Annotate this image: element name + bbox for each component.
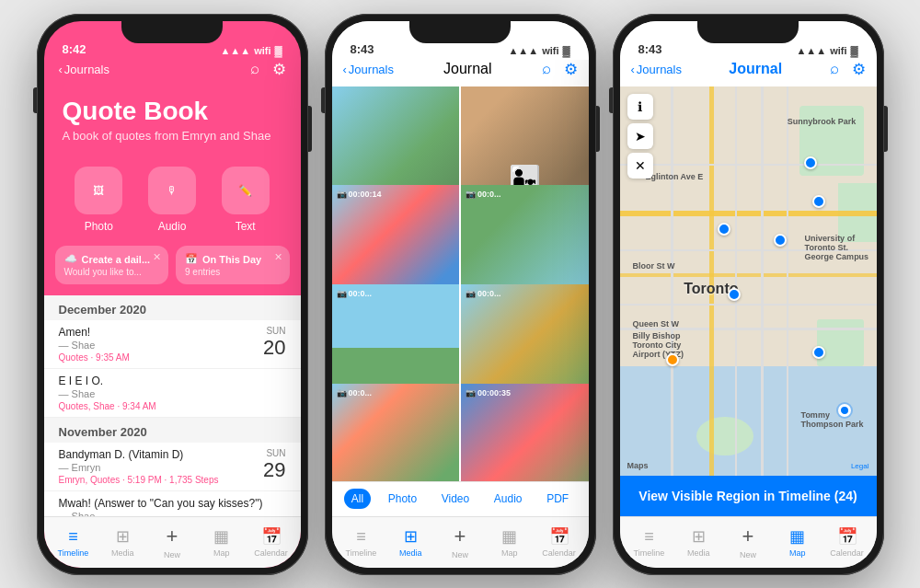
back-button-3[interactable]: ‹ Journals: [631, 63, 682, 76]
search-icon-2[interactable]: ⌕: [542, 60, 551, 79]
back-button-1[interactable]: ‹ Journals: [59, 63, 109, 76]
gear-icon-2[interactable]: ⚙: [564, 60, 578, 79]
map-pin[interactable]: [728, 288, 741, 301]
tab-media-2[interactable]: ⊞ Media: [385, 526, 435, 558]
photo-action[interactable]: 🖼 Photo: [75, 167, 122, 233]
tab-map-3[interactable]: ▦ Map: [773, 526, 822, 558]
media-icon: ⊞: [116, 526, 130, 547]
close-banner1[interactable]: ✕: [153, 251, 161, 263]
list-item[interactable]: Mwah! (Answer to "Can you say kisses?") …: [44, 491, 301, 515]
tab-calendar-2[interactable]: 📅 Calendar: [535, 526, 584, 558]
filter-photo[interactable]: Photo: [381, 489, 424, 509]
search-icon-1[interactable]: ⌕: [250, 60, 259, 79]
video-duration: 📷 00:0...: [337, 289, 373, 298]
list-item[interactable]: E I E I O. — Shae Quotes, Shae · 9:34 AM: [44, 369, 301, 418]
close-banner2[interactable]: ✕: [274, 251, 282, 263]
video-camera-icon: 📷: [466, 388, 476, 398]
text-action[interactable]: ✏️ Text: [222, 167, 270, 233]
tab-new-label-2: New: [452, 550, 468, 559]
media-icon-2: ⊞: [404, 526, 418, 547]
list-item[interactable]: Amen! — Shae Quotes · 9:35 AM SUN 20: [44, 320, 301, 369]
tab-calendar-1[interactable]: 📅 Calendar: [247, 526, 296, 558]
map-pin[interactable]: [812, 346, 825, 359]
tab-media-1[interactable]: ⊞ Media: [98, 526, 147, 558]
banner1-sub: Would you like to...: [64, 267, 160, 277]
quote-date: 20: [263, 336, 285, 360]
timeline-icon-2: ≡: [356, 527, 366, 547]
on-this-day-banner[interactable]: 📅 On This Day 9 entries ✕: [176, 246, 290, 284]
status-icons-1: ▲▲▲ wifi ▓: [220, 45, 282, 56]
phone-1: 8:42 ▲▲▲ wifi ▓ ‹ Journals ⌕ ⚙: [37, 14, 308, 575]
gear-icon-3[interactable]: ⚙: [852, 60, 866, 79]
back-button-2[interactable]: ‹ Journals: [343, 63, 394, 76]
map-container[interactable]: Toronto Sunnybrook Park Eglinton Ave E B…: [620, 86, 877, 476]
filter-pdf[interactable]: PDF: [539, 489, 576, 509]
list-item[interactable]: Bandyman D. (Vitamin D) — Emryn Emryn, Q…: [44, 443, 301, 491]
phone-3: 8:43 ▲▲▲ wifi ▓ ‹ Journals Journal ⌕: [613, 14, 884, 575]
gear-icon-1[interactable]: ⚙: [272, 60, 286, 79]
map-pin[interactable]: [774, 234, 787, 247]
tab-map-1[interactable]: ▦ Map: [197, 526, 247, 558]
tab-map-label-3: Map: [789, 548, 806, 558]
tab-map-2[interactable]: ▦ Map: [485, 526, 535, 558]
audio-action[interactable]: 🎙 Audio: [148, 167, 196, 233]
map-label: Queen St W: [632, 319, 679, 329]
map-pin[interactable]: [718, 223, 730, 236]
media-cell[interactable]: 📷 00:0... 12: [332, 384, 460, 481]
tab-calendar-3[interactable]: 📅 Calendar: [822, 526, 872, 558]
tab-new-label-3: New: [740, 550, 756, 559]
phone3-screen: 8:43 ▲▲▲ wifi ▓ ‹ Journals Journal ⌕: [620, 21, 877, 568]
photo-icon: 🖼: [93, 184, 104, 197]
quote-text: Bandyman D. (Vitamin D): [59, 448, 264, 461]
tab-media-label: Media: [111, 548, 134, 558]
signal-icon-2: ▲▲▲: [508, 45, 538, 56]
search-icon-3[interactable]: ⌕: [830, 60, 839, 79]
map-pin[interactable]: [812, 195, 825, 208]
video-duration: 📷 00:00:35: [466, 388, 511, 398]
signal-icon-3: ▲▲▲: [796, 45, 826, 56]
media-cell[interactable]: 📷 00:00:35 12 May 2020: [461, 384, 589, 481]
quote-day: SUN: [263, 448, 285, 458]
tab-timeline-1[interactable]: ≡ Timeline: [49, 527, 98, 558]
video-duration: 📷 00:0...: [466, 190, 501, 199]
filter-all[interactable]: All: [344, 489, 371, 509]
quote-author: — Emryn: [59, 462, 264, 473]
tab-timeline-3[interactable]: ≡ Timeline: [625, 527, 674, 558]
filter-video[interactable]: Video: [434, 489, 477, 509]
wifi-icon-2: wifi: [542, 45, 558, 56]
battery-icon-3: ▓: [850, 45, 857, 56]
expand-button[interactable]: ✕: [627, 153, 653, 179]
video-duration: 📷 00:0...: [466, 289, 501, 298]
status-icons-3: ▲▲▲ wifi ▓: [796, 45, 857, 56]
map-pin[interactable]: [804, 156, 817, 169]
nav-title-3: Journal: [729, 61, 782, 77]
tab-new-3[interactable]: + New: [723, 525, 773, 559]
tab-timeline-2[interactable]: ≡ Timeline: [337, 527, 386, 558]
view-timeline-button[interactable]: View Visible Region in Timeline (24): [620, 476, 877, 516]
chevron-left-icon-2: ‹: [343, 63, 347, 76]
nav-icons-2: ⌕ ⚙: [542, 60, 578, 79]
phone1-screen: 8:42 ▲▲▲ wifi ▓ ‹ Journals ⌕ ⚙: [44, 21, 301, 568]
map-label: Eglinton Ave E: [645, 172, 703, 181]
video-camera-icon: 📷: [337, 190, 347, 199]
compass-button[interactable]: ➤: [627, 123, 653, 149]
photo-label: Photo: [85, 220, 113, 233]
map-background: Toronto Sunnybrook Park Eglinton Ave E B…: [620, 86, 877, 476]
filter-audio[interactable]: Audio: [487, 489, 530, 509]
map-pin-orange[interactable]: [666, 353, 679, 366]
info-button[interactable]: ℹ: [627, 94, 653, 120]
map-icon-3: ▦: [789, 526, 805, 547]
tab-media-3[interactable]: ⊞ Media: [673, 526, 723, 558]
notch-1: [121, 21, 223, 43]
tab-new-1[interactable]: + New: [147, 525, 197, 559]
audio-icon: 🎙: [167, 184, 178, 197]
tab-new-2[interactable]: + New: [435, 525, 485, 559]
calendar-icon-3: 📅: [837, 526, 857, 547]
create-daily-banner[interactable]: ☁️ Create a dail... Would you like to...…: [55, 246, 169, 284]
legal-link[interactable]: Legal: [851, 462, 869, 470]
timeline-icon-3: ≡: [644, 527, 654, 547]
media-grid: 23 May 2020 👨‍👧 15 May 2020: [332, 86, 589, 481]
tab-timeline-label: Timeline: [58, 548, 89, 558]
notch-2: [409, 21, 511, 43]
phone1-nav: ‹ Journals ⌕ ⚙: [44, 60, 301, 86]
